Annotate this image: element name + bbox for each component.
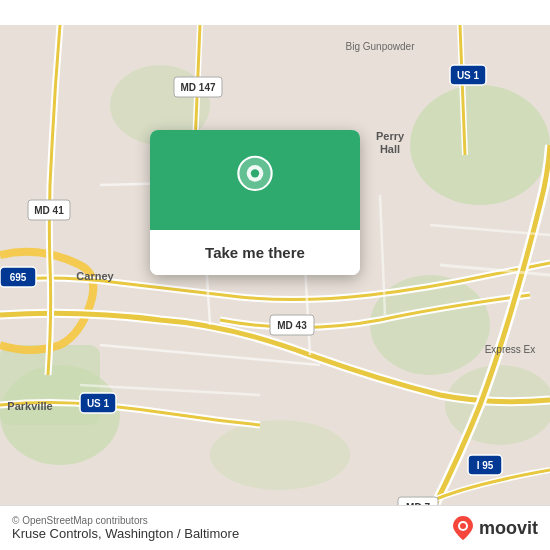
location-pin-icon xyxy=(230,155,280,205)
moovit-pin-icon xyxy=(451,514,475,542)
moovit-logo: moovit xyxy=(451,514,538,542)
svg-text:Perry: Perry xyxy=(376,130,405,142)
moovit-text: moovit xyxy=(479,518,538,539)
svg-text:Big Gunpowder: Big Gunpowder xyxy=(346,41,416,52)
map-svg: MD 147 MD 41 695 US 1 MD 43 US 1 I 95 MD… xyxy=(0,0,550,550)
svg-text:MD 147: MD 147 xyxy=(180,82,215,93)
svg-text:US 1: US 1 xyxy=(87,398,110,409)
map-container: MD 147 MD 41 695 US 1 MD 43 US 1 I 95 MD… xyxy=(0,0,550,550)
bottom-bar: © OpenStreetMap contributors Kruse Contr… xyxy=(0,505,550,550)
svg-text:US 1: US 1 xyxy=(457,70,480,81)
svg-text:MD 41: MD 41 xyxy=(34,205,64,216)
svg-point-2 xyxy=(410,85,550,205)
svg-point-45 xyxy=(251,169,259,177)
svg-text:Hall: Hall xyxy=(380,143,400,155)
svg-text:695: 695 xyxy=(10,272,27,283)
svg-point-47 xyxy=(460,523,466,529)
location-title: Kruse Controls, Washington / Baltimore xyxy=(12,526,239,541)
svg-text:MD 43: MD 43 xyxy=(277,320,307,331)
svg-text:Express Ex: Express Ex xyxy=(485,344,536,355)
svg-text:Parkville: Parkville xyxy=(7,400,52,412)
bottom-left-info: © OpenStreetMap contributors Kruse Contr… xyxy=(12,515,239,541)
svg-text:I 95: I 95 xyxy=(477,460,494,471)
popup-card: Take me there xyxy=(150,130,360,275)
popup-header xyxy=(150,130,360,230)
svg-text:Carney: Carney xyxy=(76,270,114,282)
copyright-text: © OpenStreetMap contributors xyxy=(12,515,239,526)
take-me-there-button[interactable]: Take me there xyxy=(150,230,360,275)
svg-point-7 xyxy=(210,420,350,490)
